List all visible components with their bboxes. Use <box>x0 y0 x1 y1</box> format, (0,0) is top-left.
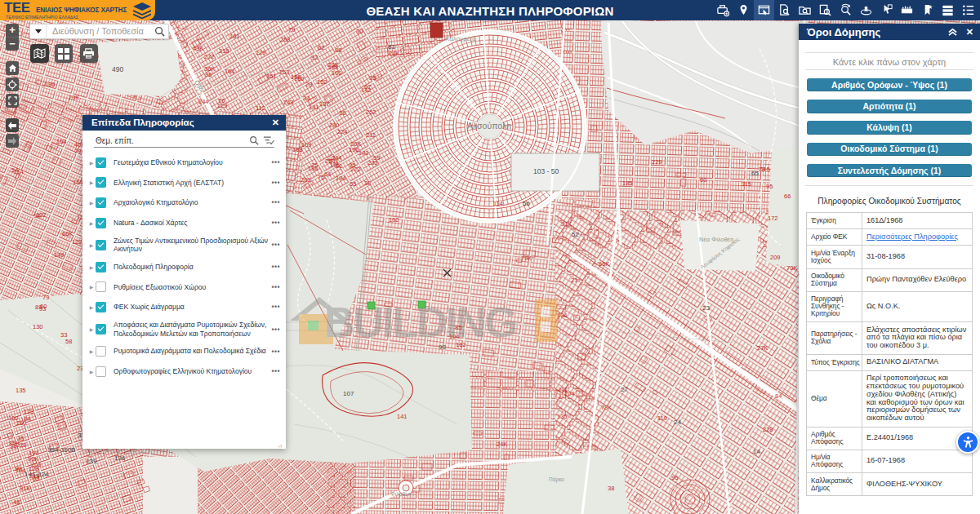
svg-text:196: 196 <box>349 146 359 153</box>
svg-text:29: 29 <box>305 81 312 88</box>
svg-text:141: 141 <box>309 104 319 111</box>
svg-text:186: 186 <box>308 165 318 172</box>
svg-text:229: 229 <box>652 158 662 166</box>
svg-text:35: 35 <box>369 74 376 82</box>
svg-text:103 - 50: 103 - 50 <box>533 167 559 175</box>
svg-text:490: 490 <box>112 65 123 73</box>
svg-text:162: 162 <box>456 341 466 348</box>
svg-text:62: 62 <box>318 44 324 51</box>
svg-text:66: 66 <box>784 193 791 200</box>
svg-text:94: 94 <box>33 212 40 219</box>
svg-text:200: 200 <box>301 176 311 184</box>
svg-text:64: 64 <box>324 171 331 178</box>
svg-text:95: 95 <box>766 183 773 190</box>
svg-text:52: 52 <box>572 231 579 238</box>
svg-text:164: 164 <box>225 68 235 75</box>
svg-text:354-350B: 354-350B <box>47 446 76 454</box>
svg-text:119: 119 <box>657 414 667 422</box>
svg-text:59: 59 <box>373 154 380 162</box>
svg-text:192: 192 <box>389 216 399 224</box>
svg-text:36K: 36K <box>204 65 215 73</box>
svg-text:27K: 27K <box>757 344 768 352</box>
svg-text:253: 253 <box>279 69 290 76</box>
svg-text:70K: 70K <box>786 264 797 272</box>
svg-text:211: 211 <box>558 386 568 393</box>
svg-text:154: 154 <box>73 179 83 186</box>
svg-text:66K: 66K <box>62 230 73 237</box>
svg-text:98: 98 <box>439 343 446 351</box>
svg-text:109: 109 <box>301 141 312 148</box>
svg-text:90: 90 <box>15 465 21 472</box>
svg-text:240: 240 <box>329 122 340 129</box>
svg-text:186: 186 <box>45 81 56 88</box>
svg-text:149: 149 <box>54 251 65 259</box>
svg-text:244: 244 <box>198 98 209 105</box>
svg-text:122: 122 <box>72 238 82 246</box>
svg-text:114: 114 <box>14 168 24 175</box>
svg-text:Αλσούπολη: Αλσούπολη <box>467 121 511 131</box>
svg-text:84: 84 <box>775 392 782 400</box>
svg-text:272: 272 <box>204 53 215 60</box>
svg-text:161: 161 <box>229 33 240 40</box>
svg-text:Φιλοθέη: Φιλοθέη <box>390 491 411 498</box>
svg-text:38: 38 <box>339 109 345 117</box>
svg-text:24K: 24K <box>389 50 399 57</box>
svg-text:96: 96 <box>671 474 678 481</box>
svg-text:58: 58 <box>65 338 72 345</box>
svg-text:100: 100 <box>8 414 19 422</box>
svg-text:252: 252 <box>366 109 376 116</box>
svg-text:152: 152 <box>317 78 327 86</box>
svg-text:Καλογρέζα: Καλογρέζα <box>445 35 476 42</box>
svg-text:137: 137 <box>319 100 330 108</box>
svg-text:218: 218 <box>219 47 229 55</box>
svg-text:104: 104 <box>557 312 568 319</box>
svg-text:30: 30 <box>356 28 363 35</box>
svg-text:81: 81 <box>388 43 395 51</box>
svg-text:222: 222 <box>350 166 361 173</box>
svg-text:115: 115 <box>760 166 770 173</box>
svg-text:79: 79 <box>288 26 295 33</box>
svg-text:91K: 91K <box>20 485 30 492</box>
svg-text:90K: 90K <box>28 455 38 463</box>
svg-text:55: 55 <box>350 180 356 188</box>
svg-text:224: 224 <box>337 128 348 135</box>
svg-text:258: 258 <box>280 36 291 43</box>
svg-text:112: 112 <box>256 104 265 112</box>
svg-text:172: 172 <box>768 215 778 222</box>
svg-text:92: 92 <box>311 54 318 61</box>
svg-text:79K: 79K <box>521 255 532 262</box>
svg-text:211: 211 <box>366 131 376 139</box>
svg-text:135: 135 <box>557 413 568 420</box>
svg-text:48: 48 <box>13 498 20 506</box>
svg-text:67: 67 <box>364 83 371 91</box>
svg-text:130: 130 <box>33 323 43 330</box>
svg-text:135: 135 <box>16 387 26 394</box>
svg-text:141: 141 <box>359 149 369 157</box>
svg-text:78K: 78K <box>601 404 612 411</box>
svg-text:185: 185 <box>622 179 633 187</box>
svg-text:136: 136 <box>114 454 126 462</box>
svg-text:65: 65 <box>751 170 759 177</box>
svg-text:14: 14 <box>753 448 760 455</box>
svg-text:104: 104 <box>449 333 460 340</box>
svg-text:115: 115 <box>742 180 751 188</box>
svg-text:141: 141 <box>397 413 408 420</box>
svg-text:34: 34 <box>303 95 310 102</box>
svg-text:123: 123 <box>24 408 34 415</box>
svg-text:29K: 29K <box>69 94 79 101</box>
svg-text:244: 244 <box>332 154 342 162</box>
svg-text:228: 228 <box>763 426 773 433</box>
svg-text:88: 88 <box>335 47 341 54</box>
svg-text:56: 56 <box>523 200 530 207</box>
svg-text:35: 35 <box>17 435 24 442</box>
svg-text:31K: 31K <box>561 220 572 228</box>
svg-text:21: 21 <box>571 277 577 284</box>
svg-text:85: 85 <box>455 324 461 331</box>
svg-text:27: 27 <box>621 386 628 393</box>
svg-text:114: 114 <box>493 200 503 207</box>
svg-text:84: 84 <box>24 415 30 423</box>
svg-text:25: 25 <box>325 157 332 165</box>
svg-text:60: 60 <box>700 176 706 184</box>
svg-text:33: 33 <box>60 331 67 339</box>
svg-text:BUILDING: BUILDING <box>324 299 516 346</box>
